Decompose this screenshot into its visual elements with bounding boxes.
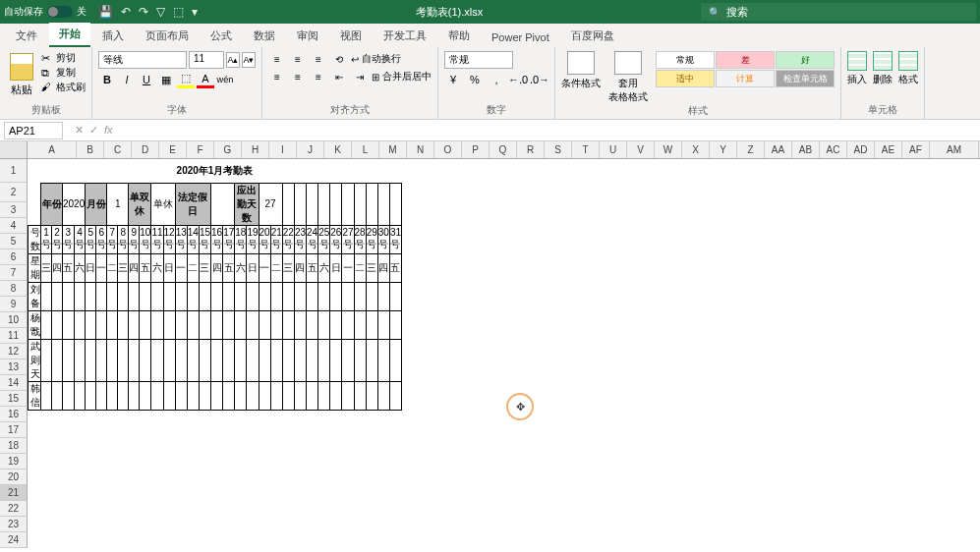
day-17[interactable]: 17号 bbox=[223, 225, 235, 253]
att-3-20[interactable] bbox=[270, 381, 282, 410]
fill-color-button[interactable]: ⬚ bbox=[177, 71, 195, 88]
att-0-22[interactable] bbox=[294, 282, 306, 310]
tab-数据[interactable]: 数据 bbox=[244, 25, 285, 47]
format-cells-button[interactable]: 格式 bbox=[898, 51, 918, 86]
att-1-11[interactable] bbox=[163, 310, 175, 339]
weekday-26[interactable]: 日 bbox=[330, 253, 342, 282]
row-header-21[interactable]: 21 bbox=[0, 485, 28, 501]
day-26[interactable]: 26号 bbox=[330, 225, 342, 253]
att-0-23[interactable] bbox=[307, 282, 318, 310]
column-header-E[interactable]: E bbox=[159, 141, 187, 158]
day-2[interactable]: 2号 bbox=[52, 225, 63, 253]
insert-cells-button[interactable]: 插入 bbox=[847, 51, 867, 86]
day-23[interactable]: 23号 bbox=[294, 225, 306, 253]
day-4[interactable]: 4号 bbox=[74, 225, 86, 253]
row-header-4[interactable]: 4 bbox=[0, 218, 28, 234]
holiday-label[interactable]: 法定假日 bbox=[175, 183, 210, 225]
formula-input[interactable] bbox=[121, 129, 980, 133]
sheet-title[interactable]: 2020年1月考勤表 bbox=[29, 159, 402, 183]
column-header-R[interactable]: R bbox=[517, 141, 545, 158]
row-header-24[interactable]: 24 bbox=[0, 532, 28, 548]
att-3-10[interactable] bbox=[151, 381, 163, 410]
day-9[interactable]: 9号 bbox=[129, 225, 140, 253]
rest-label[interactable]: 单双休 bbox=[129, 183, 151, 225]
att-3-13[interactable] bbox=[187, 381, 199, 410]
attend-label[interactable]: 应出勤天数 bbox=[235, 183, 259, 225]
column-header-Q[interactable]: Q bbox=[490, 141, 517, 158]
row4-label[interactable]: 星期 bbox=[29, 253, 41, 282]
att-1-14[interactable] bbox=[199, 310, 210, 339]
day-5[interactable]: 5号 bbox=[86, 225, 96, 253]
style-neutral[interactable]: 适中 bbox=[656, 70, 715, 87]
search-box[interactable]: 🔍 搜索 bbox=[701, 3, 976, 21]
day-24[interactable]: 24号 bbox=[307, 225, 318, 253]
att-2-24[interactable] bbox=[318, 339, 330, 381]
weekday-29[interactable]: 三 bbox=[366, 253, 377, 282]
att-3-9[interactable] bbox=[140, 381, 151, 410]
holiday-value[interactable] bbox=[211, 183, 235, 225]
name-box[interactable] bbox=[4, 122, 63, 139]
att-1-21[interactable] bbox=[282, 310, 294, 339]
att-2-17[interactable] bbox=[235, 339, 247, 381]
align-left-icon[interactable]: ≡ bbox=[268, 69, 286, 84]
indent-increase-icon[interactable]: ⇥ bbox=[351, 69, 369, 84]
att-1-13[interactable] bbox=[187, 310, 199, 339]
att-2-23[interactable] bbox=[307, 339, 318, 381]
weekday-17[interactable]: 五 bbox=[223, 253, 235, 282]
decrease-decimal-icon[interactable]: .0→ bbox=[531, 71, 548, 88]
att-3-11[interactable] bbox=[163, 381, 175, 410]
column-header-U[interactable]: U bbox=[600, 141, 627, 158]
column-header-T[interactable]: T bbox=[572, 141, 600, 158]
cell-r2-7[interactable] bbox=[366, 183, 377, 225]
cut-button[interactable]: 剪切 bbox=[41, 51, 86, 65]
att-2-21[interactable] bbox=[282, 339, 294, 381]
weekday-10[interactable]: 五 bbox=[140, 253, 151, 282]
att-0-5[interactable] bbox=[96, 282, 107, 310]
select-all-button[interactable] bbox=[0, 141, 28, 158]
column-header-M[interactable]: M bbox=[379, 141, 407, 158]
cell-r2-1[interactable] bbox=[294, 183, 306, 225]
att-0-29[interactable] bbox=[377, 282, 389, 310]
column-header-I[interactable]: I bbox=[269, 141, 297, 158]
att-2-22[interactable] bbox=[294, 339, 306, 381]
italic-button[interactable]: I bbox=[118, 71, 136, 88]
att-0-28[interactable] bbox=[366, 282, 377, 310]
merge-center-button[interactable]: ⊞合并后居中 bbox=[372, 70, 432, 83]
row-header-7[interactable]: 7 bbox=[0, 265, 28, 281]
fx-icon[interactable]: fx bbox=[104, 124, 113, 137]
att-3-25[interactable] bbox=[330, 381, 342, 410]
day-21[interactable]: 21号 bbox=[270, 225, 282, 253]
att-0-30[interactable] bbox=[389, 282, 401, 310]
tab-插入[interactable]: 插入 bbox=[92, 25, 134, 47]
month-label[interactable]: 月份 bbox=[86, 183, 107, 225]
column-header-A[interactable]: A bbox=[28, 141, 77, 158]
row-header-2[interactable]: 2 bbox=[0, 183, 28, 202]
copy-button[interactable]: 复制 bbox=[41, 66, 86, 80]
row3-label[interactable]: 号数 bbox=[29, 225, 41, 253]
att-3-22[interactable] bbox=[294, 381, 306, 410]
att-3-12[interactable] bbox=[175, 381, 187, 410]
att-2-28[interactable] bbox=[366, 339, 377, 381]
weekday-15[interactable]: 三 bbox=[199, 253, 210, 282]
weekday-4[interactable]: 六 bbox=[74, 253, 86, 282]
column-header-F[interactable]: F bbox=[187, 141, 214, 158]
bold-button[interactable]: B bbox=[98, 71, 116, 88]
wrap-text-button[interactable]: ↩自动换行 bbox=[351, 52, 401, 66]
att-3-7[interactable] bbox=[118, 381, 129, 410]
att-2-0[interactable] bbox=[41, 339, 52, 381]
weekday-2[interactable]: 四 bbox=[52, 253, 63, 282]
year-label[interactable]: 年份 bbox=[41, 183, 63, 225]
day-1[interactable]: 1号 bbox=[41, 225, 52, 253]
undo-icon[interactable]: ↶ bbox=[121, 5, 131, 19]
cancel-formula-icon[interactable]: ✕ bbox=[75, 124, 84, 137]
year-value[interactable]: 2020 bbox=[63, 183, 86, 225]
att-3-18[interactable] bbox=[247, 381, 259, 410]
row-header-11[interactable]: 11 bbox=[0, 328, 28, 344]
att-3-5[interactable] bbox=[96, 381, 107, 410]
att-2-18[interactable] bbox=[247, 339, 259, 381]
increase-font-icon[interactable]: A▴ bbox=[226, 52, 240, 68]
column-header-Z[interactable]: Z bbox=[737, 141, 765, 158]
column-header-P[interactable]: P bbox=[462, 141, 490, 158]
day-25[interactable]: 25号 bbox=[318, 225, 330, 253]
font-name-select[interactable]: 等线 bbox=[98, 51, 187, 69]
